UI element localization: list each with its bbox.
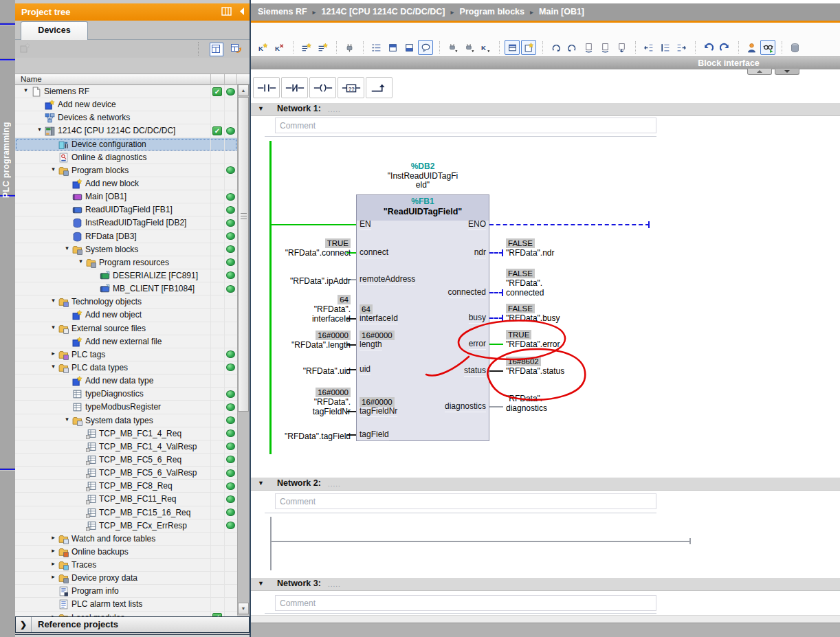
close-connection-icon[interactable]: [564, 40, 579, 55]
breadcrumb-item[interactable]: Siemens RF: [258, 7, 307, 16]
invert-logic-icon[interactable]: K: [478, 40, 493, 55]
tree-item-tcp-mb-fcx-errresp[interactable]: TCP_MB_FCx_ErrResp: [15, 519, 237, 533]
operand-busy[interactable]: FALSE"RFData".busy: [506, 304, 630, 323]
operand-connect[interactable]: TRUE"RFData".connect: [234, 238, 351, 258]
tree-item-local-modules[interactable]: ▸Local modules✓: [15, 612, 237, 616]
insert-row-after-icon[interactable]: [315, 40, 330, 55]
operand-diagnostics[interactable]: "RFData".diagnostics: [506, 394, 630, 413]
collapse-panel-icon[interactable]: [239, 7, 245, 16]
tree-item-add-new-external-file[interactable]: Add new external file: [15, 335, 237, 348]
coil-icon[interactable]: [309, 77, 336, 98]
tree-item-siemens-rf[interactable]: ▾Siemens RF✓: [15, 85, 237, 98]
insert-after-icon[interactable]: [597, 40, 612, 55]
operand-length[interactable]: 16#0000"RFData".length: [234, 331, 351, 350]
instance-db-label[interactable]: %DB2"InstReadUIDTagField": [356, 162, 489, 190]
breadcrumb-item[interactable]: Main [OB1]: [539, 7, 584, 16]
network-1-header[interactable]: ▼Network 1:.....: [251, 103, 840, 116]
tree-item-rfdata-db3[interactable]: RFData [DB3]: [15, 230, 237, 243]
chevron-down-icon[interactable]: ▾: [77, 258, 85, 265]
chevron-down-icon[interactable]: ▾: [49, 297, 57, 304]
comment-toggle-icon[interactable]: [418, 40, 433, 55]
nc-contact-icon[interactable]: [281, 77, 308, 98]
expand-networks-icon[interactable]: [401, 40, 417, 55]
chevron-down-icon[interactable]: ▾: [49, 166, 57, 172]
delete-network-icon[interactable]: K: [272, 40, 287, 55]
tree-item-add-new-device[interactable]: Add new device: [15, 98, 237, 111]
tree-item-device-configuration[interactable]: Device configuration: [15, 138, 237, 151]
chevron-right-icon[interactable]: ▸: [49, 534, 57, 541]
tree-item-typediagnostics[interactable]: typeDiagnostics: [15, 388, 237, 401]
tree-item-deserialize-fc891[interactable]: DESERIALIZE [FC891]: [15, 269, 237, 282]
tree-item-tcp-mb-fc8-req[interactable]: TCP_MB_FC8_Req: [15, 480, 237, 493]
insert-row-icon[interactable]: [298, 40, 313, 55]
network-2-header[interactable]: ▼Network 2:.....: [251, 478, 840, 491]
tree-item-technology-objects[interactable]: ▾Technology objects: [15, 295, 237, 309]
update-block-call-icon[interactable]: [614, 40, 629, 55]
tree-item-devices-networks[interactable]: Devices & networks: [15, 111, 237, 124]
operand-tagField[interactable]: "RFData".tagField: [234, 432, 351, 441]
chevron-down-icon[interactable]: ▾: [22, 87, 30, 93]
panel-reference-projects[interactable]: ❯ Reference projects: [15, 616, 250, 633]
tree-item-1214c-cpu-1214c-dc-dc-dc[interactable]: ▾1214C [CPU 1214C DC/DC/DC]✓: [15, 124, 237, 137]
network-3-comment[interactable]: Comment: [275, 595, 656, 611]
split-view-icon[interactable]: [221, 7, 232, 16]
network-sequence-icon[interactable]: [368, 40, 384, 55]
operand-status[interactable]: 16#8602"RFData".status: [506, 357, 630, 376]
open-table-icon[interactable]: [230, 43, 243, 55]
network-3-header[interactable]: ▼Network 3:.....: [251, 578, 840, 591]
tree-item-plc-tags[interactable]: ▸PLC tags: [15, 348, 237, 361]
monitoring-toggle-icon[interactable]: [760, 40, 775, 55]
chevron-right-icon[interactable]: ▸: [49, 547, 57, 554]
breadcrumb-item[interactable]: 1214C [CPU 1214C DC/DC/DC]: [322, 7, 445, 16]
network-1-comment[interactable]: Comment: [275, 118, 656, 133]
tree-item-online-backups[interactable]: ▸Online backups: [15, 546, 237, 559]
empty-box-icon[interactable]: ??: [338, 77, 364, 98]
tree-item-add-new-data-type[interactable]: Add new data type: [15, 375, 237, 388]
chevron-right-icon[interactable]: ▸: [49, 350, 57, 357]
tree-item-main-ob1[interactable]: Main [OB1]: [15, 190, 237, 203]
chevron-down-icon[interactable]: ▼: [258, 480, 264, 487]
next-error-icon[interactable]: [674, 40, 689, 55]
tree-item-program-resources[interactable]: ▾Program resources: [15, 256, 237, 269]
redo-icon[interactable]: [717, 40, 732, 55]
add-new-icon[interactable]: [20, 43, 32, 55]
tree-item-online-diagnostics[interactable]: Online & diagnostics: [15, 151, 237, 164]
break-connection-icon[interactable]: [548, 40, 563, 55]
operand-tagFieldNr[interactable]: 16#0000"RFData".tagFieldNr: [234, 388, 351, 416]
tree-item-watch-and-force-tables[interactable]: ▸Watch and force tables: [15, 533, 237, 546]
tree-item-plc-alarm-text-lists[interactable]: PLC alarm text lists: [15, 598, 237, 611]
collapse-networks-icon[interactable]: [385, 40, 400, 55]
operand-connected[interactable]: FALSE"RFData".connected: [506, 269, 630, 298]
chevron-down-icon[interactable]: ▾: [36, 126, 43, 133]
tree-item-system-blocks[interactable]: ▾System blocks: [15, 243, 237, 256]
tree-column-header[interactable]: Name: [15, 74, 250, 85]
tree-item-add-new-object[interactable]: Add new object: [15, 309, 237, 322]
project-tree-scrollbar[interactable]: ▲ ▼: [237, 85, 250, 615]
insert-network-icon[interactable]: K: [255, 40, 270, 55]
chevron-down-icon[interactable]: ▾: [49, 363, 57, 370]
taskcard-plc-programming-label[interactable]: PLC programming: [1, 60, 11, 198]
tree-item-tcp-mb-fc1-4-valresp[interactable]: TCP_MB_FC1_4_ValResp: [15, 440, 237, 454]
tree-item-mb-client-fb1084[interactable]: MB_CLIENT [FB1084]: [15, 282, 237, 295]
tree-item-instreaduidtagfield-db2[interactable]: InstReadUIDTagField [DB2]: [15, 216, 237, 230]
panel-details-view-partial[interactable]: [15, 634, 250, 637]
tree-item-tcp-mb-fc5-6-req[interactable]: TCP_MB_FC5_6_Req: [15, 454, 237, 467]
tree-item-program-info[interactable]: Program info: [15, 585, 237, 598]
chevron-right-icon[interactable]: ▸: [49, 560, 57, 567]
tree-item-readuidtagfield-fb1[interactable]: ReadUIDTagField [FB1]: [15, 203, 237, 216]
chevron-down-icon[interactable]: ▾: [63, 245, 71, 252]
chevron-down-icon[interactable]: ▼: [258, 580, 264, 587]
network-2-comment[interactable]: Comment: [275, 493, 656, 509]
tree-item-add-new-block[interactable]: Add new block: [15, 177, 237, 190]
column-view-icon[interactable]: [210, 43, 223, 56]
scroll-up-icon[interactable]: ▲: [238, 85, 249, 96]
tree-item-typemodbusregister[interactable]: typeModbusRegister: [15, 401, 237, 414]
undo-icon[interactable]: [700, 40, 716, 55]
chevron-right-icon[interactable]: ▸: [49, 573, 57, 580]
tree-item-tcp-mb-fc11-req[interactable]: TCP_MB_FC11_Req: [15, 493, 237, 506]
error-list-icon[interactable]: [657, 40, 672, 55]
open-branch-icon[interactable]: [366, 77, 393, 98]
expand-panel-icon[interactable]: ❯: [16, 617, 32, 632]
favorites-toggle-icon[interactable]: [521, 40, 536, 55]
tree-item-system-data-types[interactable]: ▾System data types: [15, 414, 237, 427]
